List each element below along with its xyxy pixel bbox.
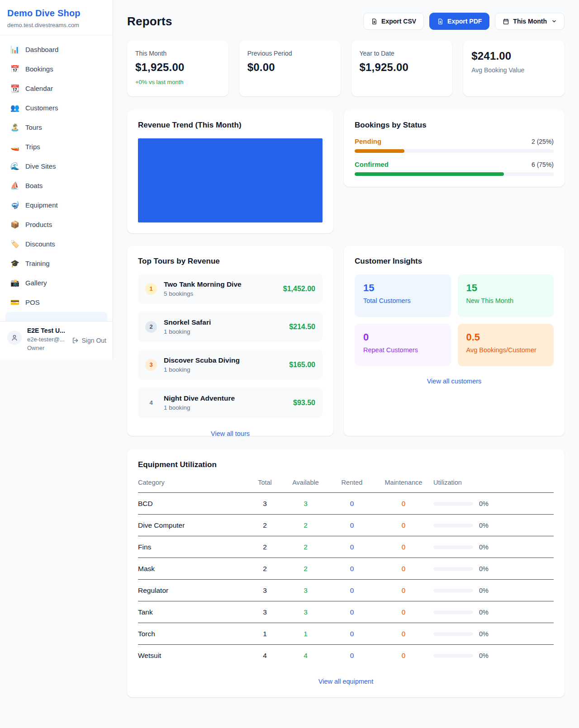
view-all-customers-link[interactable]: View all customers — [427, 378, 482, 385]
sidebar-item-training[interactable]: 🎓 Training — [5, 254, 107, 273]
insight-new-this-month: 15 New This Month — [458, 274, 554, 317]
table-row: BCD 3 3 0 0 0% — [138, 493, 554, 515]
sidebar-item-label: Products — [25, 221, 52, 228]
revenue-trend-chart — [138, 138, 323, 222]
cell-total: 1 — [248, 630, 282, 638]
bookings-by-status-card: Bookings by Status Pending 2 (25%) Confi… — [344, 110, 565, 187]
sidebar-item-dashboard[interactable]: 📊 Dashboard — [5, 40, 107, 59]
stat-value: $1,925.00 — [135, 61, 220, 74]
cell-category: Torch — [138, 630, 248, 638]
user-info: E2E Test U... e2e-tester@... Owner — [27, 327, 65, 351]
sidebar-item-label: Boats — [25, 182, 43, 189]
file-download-icon — [437, 18, 444, 25]
pos-icon: 💳 — [10, 298, 20, 307]
sidebar-item-trips[interactable]: 🚤 Trips — [5, 137, 107, 156]
sidebar-item-gallery[interactable]: 📸 Gallery — [5, 273, 107, 292]
main-content: Reports Export CSV Export PDF — [113, 0, 579, 697]
dive-sites-icon: 🌊 — [10, 162, 20, 170]
cell-category: Wetsuit — [138, 652, 248, 660]
utilization-percent: 0% — [479, 609, 489, 616]
tour-name: Snorkel Safari — [164, 318, 282, 326]
sidebar-item-label: POS — [25, 298, 40, 306]
sidebar-item-label: Customers — [25, 104, 58, 112]
sidebar-item-customers[interactable]: 👥 Customers — [5, 98, 107, 117]
utilization-bar-track — [433, 567, 473, 571]
cell-rented: 0 — [329, 565, 375, 573]
avatar — [7, 331, 22, 345]
sidebar-user-panel: E2E Test U... e2e-tester@... Owner Sign … — [0, 321, 113, 359]
table-row: Tank 3 3 0 0 0% — [138, 601, 554, 623]
status-row-confirmed: Confirmed 6 (75%) — [355, 161, 554, 176]
status-count: 6 (75%) — [532, 161, 554, 168]
insight-label: Avg Bookings/Customer — [466, 346, 546, 354]
sidebar-item-pos[interactable]: 💳 POS — [5, 293, 107, 312]
bookings-by-status-title: Bookings by Status — [355, 121, 554, 130]
cell-rented: 0 — [329, 652, 375, 660]
gallery-icon: 📸 — [10, 279, 20, 287]
stat-label: Avg Booking Value — [471, 66, 556, 74]
user-email: e2e-tester@... — [27, 336, 65, 343]
tour-bookings: 1 booking — [164, 328, 282, 335]
rank-badge: 4 — [145, 397, 157, 409]
utilization-bar-track — [433, 654, 473, 657]
utilization-percent: 0% — [479, 630, 489, 638]
logout-icon — [72, 337, 79, 344]
status-label: Confirmed — [355, 161, 389, 168]
period-select[interactable]: This Month — [495, 13, 565, 30]
cell-available: 2 — [282, 565, 329, 573]
cell-available: 2 — [282, 521, 329, 529]
view-all-tours-link[interactable]: View all tours — [211, 430, 250, 437]
sidebar-item-boats[interactable]: ⛵ Boats — [5, 176, 107, 195]
cell-category: Mask — [138, 565, 248, 573]
cell-maintenance: 0 — [375, 500, 432, 508]
col-header-category: Category — [138, 479, 248, 486]
cell-rented: 0 — [329, 521, 375, 529]
sign-out-button[interactable]: Sign Out — [72, 337, 106, 344]
sidebar-item-equipment[interactable]: 🤿 Equipment — [5, 195, 107, 214]
sidebar-item-calendar[interactable]: 📆 Calendar — [5, 79, 107, 98]
export-csv-button[interactable]: Export CSV — [363, 13, 424, 30]
sidebar-item-tours[interactable]: 🏝️ Tours — [5, 118, 107, 137]
discounts-icon: 🏷️ — [10, 240, 20, 248]
cell-available: 4 — [282, 652, 329, 660]
customer-insights-card: Customer Insights 15 Total Customers 15 … — [344, 246, 565, 436]
sidebar-item-active-partial[interactable] — [5, 312, 107, 321]
cell-maintenance: 0 — [375, 565, 432, 573]
charts-row: Revenue Trend (This Month) Bookings by S… — [127, 110, 565, 233]
cell-maintenance: 0 — [375, 608, 432, 616]
header-actions: Export CSV Export PDF This Month — [363, 13, 565, 30]
export-pdf-button[interactable]: Export PDF — [429, 13, 489, 30]
cell-utilization: 0% — [432, 565, 554, 572]
page-header: Reports Export CSV Export PDF — [127, 13, 565, 30]
export-pdf-label: Export PDF — [447, 18, 482, 25]
stat-label: Previous Period — [247, 50, 332, 57]
sidebar-item-discounts[interactable]: 🏷️ Discounts — [5, 234, 107, 253]
status-bar-track — [355, 149, 554, 153]
view-all-equipment-link[interactable]: View all equipment — [318, 678, 373, 685]
stat-value: $0.00 — [247, 61, 332, 74]
stats-row: This Month $1,925.00 +0% vs last month P… — [127, 41, 565, 96]
cell-total: 2 — [248, 543, 282, 551]
sidebar-item-bookings[interactable]: 📅 Bookings — [5, 59, 107, 78]
shop-domain: demo.test.divestreams.com — [7, 22, 105, 28]
cell-utilization: 0% — [432, 544, 554, 551]
cell-maintenance: 0 — [375, 543, 432, 551]
products-icon: 📦 — [10, 220, 20, 229]
sidebar-item-label: Trips — [25, 143, 40, 151]
sidebar: Demo Dive Shop demo.test.divestreams.com… — [0, 0, 113, 359]
sidebar-item-label: Calendar — [25, 85, 53, 92]
tour-row: 1 Two Tank Morning Dive 5 bookings $1,45… — [138, 274, 323, 304]
cell-available: 2 — [282, 543, 329, 551]
cell-total: 4 — [248, 652, 282, 660]
cell-rented: 0 — [329, 543, 375, 551]
utilization-bar-track — [433, 545, 473, 549]
cell-available: 1 — [282, 630, 329, 638]
sidebar-item-dive-sites[interactable]: 🌊 Dive Sites — [5, 156, 107, 175]
sidebar-item-label: Equipment — [25, 201, 58, 209]
sidebar-item-products[interactable]: 📦 Products — [5, 215, 107, 234]
revenue-trend-card: Revenue Trend (This Month) — [127, 110, 333, 233]
tour-row: 2 Snorkel Safari 1 booking $214.50 — [138, 312, 323, 342]
trips-icon: 🚤 — [10, 142, 20, 151]
sidebar-item-label: Tours — [25, 123, 42, 131]
period-select-label: This Month — [513, 18, 547, 25]
